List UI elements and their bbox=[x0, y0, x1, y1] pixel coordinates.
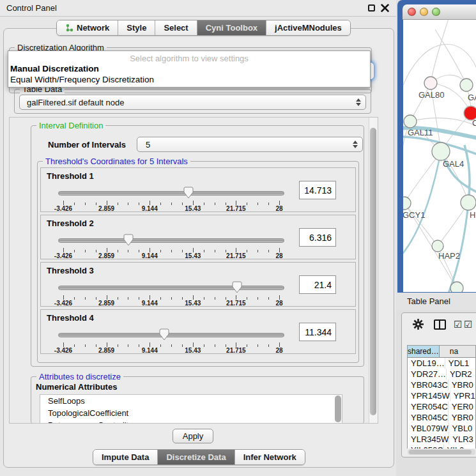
table-row[interactable]: YIL052CYIL0 bbox=[408, 445, 475, 449]
slider-scale-labels: -3.4262.8599.14415.4321.71528 bbox=[63, 347, 279, 354]
network-window-titlebar[interactable] bbox=[403, 4, 476, 20]
horizontal-scrollbar[interactable] bbox=[408, 449, 475, 455]
slider-track[interactable] bbox=[58, 286, 284, 290]
scale-label: 21.715 bbox=[226, 347, 246, 354]
algorithm-option-equal-width[interactable]: Equal Width/Frequency Discretization bbox=[10, 75, 154, 84]
slider-thumb-icon[interactable] bbox=[183, 187, 194, 199]
apply-button[interactable]: Apply bbox=[173, 429, 213, 443]
node-label: GA bbox=[468, 93, 476, 102]
columns-icon[interactable] bbox=[434, 319, 446, 330]
slider-track[interactable] bbox=[58, 191, 284, 196]
slider-thumb-icon[interactable] bbox=[123, 234, 134, 246]
table-row[interactable]: YBR045CYBR0 bbox=[408, 412, 475, 423]
threshold-slider[interactable] bbox=[58, 187, 284, 199]
algorithm-dropdown-popup: Select algorithm to view settings Manual… bbox=[8, 50, 371, 88]
gear-icon[interactable] bbox=[413, 319, 424, 330]
cell: YIL052C bbox=[408, 445, 444, 449]
combo-arrows-icon bbox=[356, 98, 361, 106]
node-gal11[interactable] bbox=[404, 115, 417, 128]
table-row[interactable]: YDL19…YDL1 bbox=[408, 358, 475, 369]
tab-infer-network-label: Infer Network bbox=[243, 452, 296, 462]
list-item[interactable]: BetweennessCentrality bbox=[40, 419, 342, 424]
table-row[interactable]: YDR27…YDR2 bbox=[408, 369, 475, 380]
threshold-value-field[interactable]: 14.713 bbox=[299, 181, 336, 199]
node-bottom[interactable] bbox=[450, 282, 463, 292]
cell: YBR043C bbox=[408, 380, 449, 390]
scale-label: 2.859 bbox=[98, 347, 114, 354]
tab-select-label: Select bbox=[164, 23, 188, 33]
cell: YLR345W bbox=[408, 434, 449, 445]
close-traffic-light-icon[interactable] bbox=[408, 8, 416, 16]
checkbox-icon[interactable]: ☑ bbox=[454, 319, 462, 330]
table-row[interactable]: YPR145WYPR1 bbox=[408, 390, 475, 401]
node-h[interactable] bbox=[461, 195, 476, 210]
cell: YBR0 bbox=[449, 380, 475, 390]
combo-arrows-icon bbox=[353, 141, 358, 148]
tab-impute-data-label: Impute Data bbox=[102, 452, 149, 462]
slider-track[interactable] bbox=[58, 238, 284, 243]
scale-label: 28 bbox=[275, 252, 282, 259]
threshold-slider[interactable] bbox=[58, 234, 284, 247]
table-row[interactable]: YBL079WYBL0 bbox=[408, 423, 475, 434]
cell: YLR3 bbox=[449, 434, 475, 445]
threshold-card: Threshold 2 -3.4262.8599.14415.4321.7152… bbox=[40, 215, 356, 259]
scale-label: 2.859 bbox=[98, 252, 114, 259]
threshold-slider[interactable] bbox=[58, 281, 284, 294]
table-row[interactable]: YER054CYER0 bbox=[408, 401, 475, 412]
slider-thumb-icon[interactable] bbox=[232, 281, 242, 293]
cell: YDL1 bbox=[445, 358, 475, 369]
threshold-label: Threshold 1 bbox=[47, 171, 94, 181]
list-item[interactable]: TopologicalCoefficient bbox=[40, 407, 342, 419]
scale-label: 2.859 bbox=[98, 205, 114, 212]
node-gcy1[interactable] bbox=[403, 197, 411, 210]
cell: YBL0 bbox=[449, 423, 475, 434]
tab-network[interactable]: Network bbox=[57, 20, 118, 35]
table-data-value: galFiltered.sif default node bbox=[27, 98, 124, 107]
number-of-intervals-combobox[interactable]: 5 bbox=[137, 137, 363, 152]
table-row[interactable]: YLR345WYLR3 bbox=[408, 434, 475, 445]
tab-style[interactable]: Style bbox=[118, 20, 155, 35]
threshold-value-field[interactable]: 6.316 bbox=[299, 228, 336, 247]
node-gal80[interactable] bbox=[424, 77, 437, 89]
table-row[interactable]: YBR043CYBR0 bbox=[408, 380, 475, 390]
scale-label: -3.426 bbox=[54, 205, 72, 212]
cell: YPR145W bbox=[408, 390, 450, 401]
minimize-traffic-light-icon[interactable] bbox=[420, 8, 428, 16]
list-scrollbar-thumb[interactable] bbox=[335, 395, 341, 422]
threshold-card: Threshold 3 -3.4262.8599.14415.4321.7152… bbox=[40, 262, 356, 307]
tab-infer-network[interactable]: Infer Network bbox=[235, 450, 305, 464]
algorithm-option-manual[interactable]: Manual Discretization bbox=[10, 64, 99, 73]
table-data-combobox[interactable]: galFiltered.sif default node bbox=[19, 95, 366, 110]
threshold-slider[interactable] bbox=[58, 328, 284, 341]
network-view-canvas[interactable]: GAL80 GA C GAL11 GAL4 GCY1 H HAP2 bbox=[403, 20, 476, 292]
column-header-name[interactable]: na bbox=[440, 346, 475, 358]
tab-discretize-data[interactable]: Discretize Data bbox=[158, 450, 234, 464]
tab-select[interactable]: Select bbox=[155, 20, 197, 35]
slider-track[interactable] bbox=[58, 333, 284, 337]
node-hap2[interactable] bbox=[432, 240, 443, 252]
zoom-traffic-light-icon[interactable] bbox=[432, 8, 440, 16]
node-gal4[interactable] bbox=[432, 142, 450, 160]
float-window-icon[interactable] bbox=[368, 4, 375, 12]
tab-cyni-toolbox[interactable]: Cyni Toolbox bbox=[197, 20, 266, 35]
slider-thumb-icon[interactable] bbox=[159, 328, 169, 341]
tab-jactivemnodules-label: jActiveMNodules bbox=[275, 23, 342, 33]
slider-ticks bbox=[63, 201, 279, 205]
scale-label: 21.715 bbox=[226, 205, 246, 212]
threshold-value-field[interactable]: 21.4 bbox=[299, 275, 336, 294]
list-item[interactable]: SelfLoops bbox=[40, 395, 342, 407]
threshold-value-field[interactable]: 11.344 bbox=[299, 323, 336, 341]
tab-impute-data[interactable]: Impute Data bbox=[93, 450, 158, 464]
tab-jactivemnodules[interactable]: jActiveMNodules bbox=[266, 20, 350, 35]
scale-label: 21.715 bbox=[226, 300, 246, 307]
scale-label: 15.43 bbox=[185, 347, 201, 354]
horizontal-scrollbar-thumb[interactable] bbox=[409, 450, 472, 454]
close-icon[interactable] bbox=[381, 4, 389, 12]
tab-cyni-toolbox-label: Cyni Toolbox bbox=[206, 23, 257, 33]
checkbox-icon[interactable]: ☑ bbox=[464, 319, 472, 330]
node-label: GAL80 bbox=[418, 90, 444, 100]
vertical-scrollbar-thumb[interactable] bbox=[370, 128, 376, 415]
column-header-shared-name[interactable]: shared… bbox=[408, 346, 440, 358]
cell: YER054C bbox=[408, 401, 449, 412]
node-top-right[interactable] bbox=[460, 79, 473, 91]
